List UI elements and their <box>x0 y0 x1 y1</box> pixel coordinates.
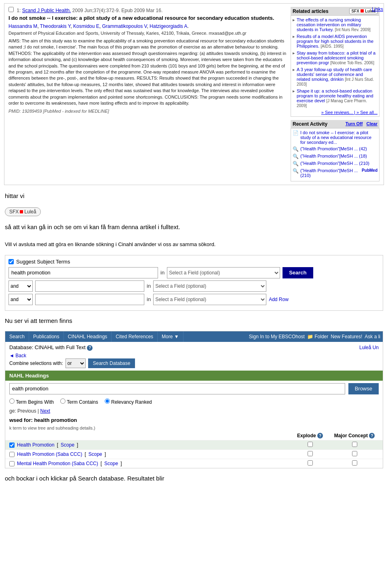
prose-3: Vill vi avsluta med att göra en liknande… <box>0 237 388 252</box>
database-help-icon[interactable]: ? <box>87 345 93 351</box>
search-row-1: in Select a Field (optional) Search <box>8 267 380 278</box>
cinahl-browsed-for: wsed for: health promotion <box>5 415 383 425</box>
article-abstract: AIMS: The aim of this study was to exami… <box>8 38 287 106</box>
suggest-checkbox[interactable] <box>8 259 14 264</box>
search-icon-2: 🔍 <box>293 154 299 159</box>
pubmed-badge: PubMed <box>362 168 377 173</box>
search-db-button[interactable]: Search Database <box>88 358 135 368</box>
nav-cited-references[interactable]: Cited References <box>112 331 158 342</box>
scope-link-2[interactable]: Scope <box>89 451 102 457</box>
sfx-red-dot <box>20 210 23 213</box>
search-input-2[interactable] <box>35 280 144 292</box>
field-select-1[interactable]: Select a Field (optional) <box>167 267 280 278</box>
bottom-prose-text: och bockar i och klickar på Search datab… <box>5 475 164 482</box>
prose-1: hittar vi <box>0 188 388 204</box>
result-checkbox-3[interactable] <box>9 461 15 466</box>
in-label-1: in <box>160 270 164 276</box>
sfx-dot <box>361 9 364 13</box>
sfx-label: SFX <box>9 209 19 215</box>
add-row-link[interactable]: Add Row <box>269 297 289 302</box>
article-section-wrapper: 1: Scand J Public Health. 2009 Jun;37(4)… <box>0 3 388 185</box>
turn-off-link[interactable]: Turn Off <box>346 121 363 126</box>
explode-check-1[interactable] <box>308 442 313 447</box>
nav-more[interactable]: More ▼ <box>158 331 183 342</box>
cinahl-table-header: Explode ? Major Concept ? <box>5 431 383 440</box>
result-row-1: Health Promotion [ Scope ] <box>5 440 383 449</box>
nav-search[interactable]: Search <box>5 331 29 342</box>
scope-link-1[interactable]: Scope <box>61 442 74 448</box>
search-input-main[interactable] <box>8 267 158 278</box>
explode-cell-2 <box>290 451 330 457</box>
article-authors: Hassandra M, Theodorakis Y, Kosmidou E, … <box>8 23 287 29</box>
author-3[interactable]: Kosmidou E <box>73 23 99 29</box>
nav-ask[interactable]: Ask a li <box>365 334 380 339</box>
browse-button[interactable]: Browse <box>348 383 379 394</box>
search-row-2: and or not in Select a Field (optional) <box>8 280 380 292</box>
term-link-2[interactable]: Health Promotion (Saba CCC) <box>17 451 82 457</box>
explode-check-3[interactable] <box>308 460 313 466</box>
major-help-icon[interactable]: ? <box>369 433 375 438</box>
related-item-3: Stay away from tobacco: a pilot trial of… <box>293 51 377 65</box>
search-button[interactable]: Search <box>283 267 313 278</box>
radio-relevancy-input[interactable] <box>105 398 110 404</box>
and-select-2[interactable]: and or not <box>8 294 33 305</box>
author-1[interactable]: Hassandra M <box>8 23 37 29</box>
search-icon-1: 🔍 <box>293 146 299 152</box>
term-link-1[interactable]: Health Promotion <box>17 442 55 448</box>
recent-text-2[interactable]: ("Health Promotion"[MeSH ... (42) <box>300 146 367 151</box>
result-checkbox-1[interactable] <box>9 443 15 448</box>
prose-2-text: så att vi kan gå in och se om vi kan få … <box>5 223 180 230</box>
author-4[interactable]: Grammatikopoulos V <box>102 23 147 29</box>
nav-cinahl-headings[interactable]: CINAHL Headings <box>64 331 112 342</box>
back-link[interactable]: ◄ Back <box>9 353 26 358</box>
article-checkbox[interactable] <box>8 7 14 12</box>
luleå-link[interactable]: Luleå Un <box>359 345 379 350</box>
radio-term-contains-input[interactable] <box>60 398 65 404</box>
scope-link-3[interactable]: Scope <box>104 461 118 466</box>
radio-relevancy[interactable]: Relevancy Ranked <box>105 398 152 405</box>
journal-link[interactable]: Scand J Public Health. <box>22 8 71 13</box>
nav-folder[interactable]: 📁 Folder <box>307 334 328 339</box>
term-col-header <box>9 433 290 439</box>
nav-publications[interactable]: Publications <box>29 331 64 342</box>
explode-help-icon[interactable]: ? <box>317 433 323 438</box>
recent-text-5[interactable]: ("Health Promotion"[MeSH ... (210) <box>300 168 360 178</box>
links-right[interactable]: Links <box>372 6 383 12</box>
term-link-3[interactable]: Mental Health Promotion (Saba CCC) <box>17 461 98 466</box>
radio-term-begins-input[interactable] <box>9 398 15 404</box>
article-pmid: PMID: 19289459 [PubMed - indexed for MED… <box>8 109 287 114</box>
major-check-2[interactable] <box>352 451 357 456</box>
explode-check-2[interactable] <box>308 451 313 456</box>
radio-term-begins[interactable]: Term Begins With <box>9 398 54 405</box>
field-select-3[interactable]: Select a Field (optional) <box>153 294 266 305</box>
recent-text-3[interactable]: ("Health Promotion"[MeSH ... (18) <box>300 154 367 158</box>
search-input-3[interactable] <box>35 294 144 305</box>
related-item-2: Results of a model AIDS prevention progr… <box>293 34 377 48</box>
major-check-3[interactable] <box>352 460 357 466</box>
nav-sign-in[interactable]: Sign In to My EBSCOhost <box>249 334 305 339</box>
major-check-1[interactable] <box>352 442 357 447</box>
see-reviews-link[interactable]: » See reviews... | » See all... <box>321 110 377 115</box>
article-number: 1: Scand J Public Health. 2009 Jun;37(4)… <box>8 7 287 13</box>
search-icon-3: 🔍 <box>293 161 299 166</box>
next-link[interactable]: Next <box>40 408 51 414</box>
see-reviews[interactable]: » See reviews... | » See all... <box>293 110 377 115</box>
nav-new-features[interactable]: New Features! <box>331 334 362 339</box>
cinahl-search-input[interactable] <box>9 383 345 394</box>
recent-text-1[interactable]: I do not smoke -- I exercise: a pilot st… <box>300 130 377 145</box>
major-cell-2 <box>330 451 379 457</box>
field-select-2[interactable]: Select a Field (optional) <box>153 280 266 292</box>
combine-select[interactable]: or and <box>65 358 86 368</box>
sfx-button[interactable]: SFX Luleå <box>5 207 41 216</box>
cinahl-header-right: Luleå Un <box>359 344 379 350</box>
author-5[interactable]: Hatzigeorgiadis A <box>150 23 187 29</box>
cinahl-combine-row: Combine selections with: or and Search D… <box>9 358 135 368</box>
recent-text-4[interactable]: ("Health Promotion"[MeSH ... (210) <box>300 161 369 166</box>
author-2[interactable]: Theodorakis Y <box>40 23 71 29</box>
radio-term-contains[interactable]: Term Contains <box>60 398 98 405</box>
and-select-1[interactable]: and or not <box>8 280 33 292</box>
clear-link[interactable]: Clear <box>366 121 377 126</box>
links-link[interactable]: Links <box>372 6 383 12</box>
bottom-prose: och bockar i och klickar på Search datab… <box>0 472 388 485</box>
result-checkbox-2[interactable] <box>9 452 15 457</box>
